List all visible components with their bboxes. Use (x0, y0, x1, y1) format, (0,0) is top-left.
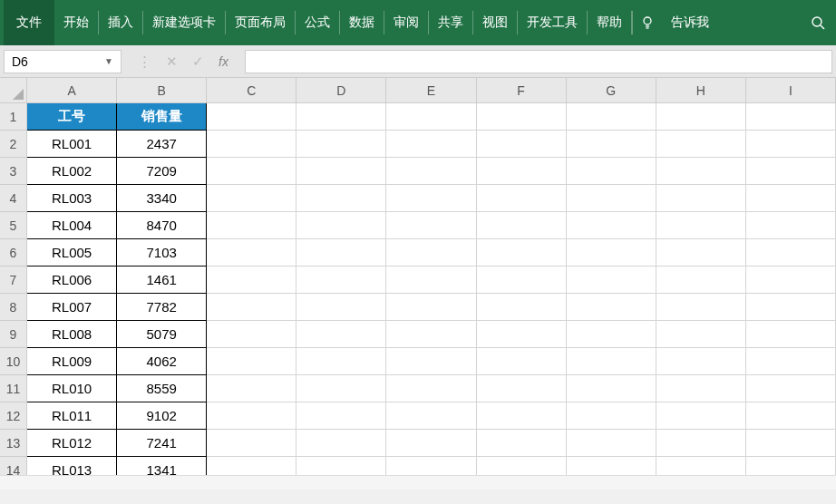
lightbulb-icon[interactable] (633, 15, 662, 30)
cell[interactable]: RL001 (27, 131, 117, 158)
cell[interactable] (746, 321, 836, 348)
row-header-13[interactable]: 13 (0, 430, 27, 457)
cell[interactable] (296, 294, 386, 321)
cell[interactable]: RL010 (27, 375, 117, 402)
col-header-D[interactable]: D (296, 78, 386, 103)
dots-icon[interactable]: ⋮ (138, 53, 151, 70)
cell[interactable]: 7103 (117, 239, 207, 267)
cell[interactable] (746, 103, 836, 131)
cell[interactable] (567, 348, 656, 375)
col-header-G[interactable]: G (567, 78, 656, 103)
cell[interactable] (207, 185, 296, 212)
cell[interactable] (386, 131, 476, 158)
cell[interactable] (386, 348, 476, 375)
cell[interactable] (656, 267, 746, 294)
cell[interactable] (296, 185, 386, 212)
cell[interactable]: RL006 (27, 267, 117, 294)
cell[interactable] (656, 103, 746, 131)
row-header-3[interactable]: 3 (0, 158, 27, 185)
cell[interactable] (567, 212, 656, 239)
cell[interactable] (207, 321, 296, 348)
search-icon[interactable] (803, 15, 832, 30)
row-header-7[interactable]: 7 (0, 267, 27, 294)
cell[interactable] (746, 131, 836, 158)
cell[interactable] (656, 239, 746, 267)
cell[interactable] (746, 267, 836, 294)
cell[interactable] (746, 212, 836, 239)
cell[interactable] (477, 158, 567, 185)
cell[interactable]: 9102 (117, 402, 207, 430)
cell[interactable] (207, 402, 296, 430)
cell[interactable] (296, 103, 386, 131)
cell[interactable] (207, 267, 296, 294)
cell[interactable] (567, 375, 656, 402)
cell[interactable] (296, 131, 386, 158)
cell[interactable] (207, 348, 296, 375)
cell[interactable] (477, 267, 567, 294)
accept-icon[interactable]: ✓ (192, 53, 204, 70)
row-header-6[interactable]: 6 (0, 239, 27, 267)
cell[interactable]: 1461 (117, 267, 207, 294)
ribbon-tab-4[interactable]: 公式 (296, 0, 339, 45)
cell[interactable] (746, 185, 836, 212)
cell[interactable] (296, 321, 386, 348)
name-box[interactable]: D6 ▼ (4, 50, 122, 73)
cell[interactable] (567, 239, 656, 267)
cell[interactable]: 8559 (117, 375, 207, 402)
cell[interactable] (386, 430, 476, 457)
cell[interactable] (477, 131, 567, 158)
cell[interactable] (386, 185, 476, 212)
cell[interactable] (567, 158, 656, 185)
cell[interactable] (386, 294, 476, 321)
cell[interactable] (567, 103, 656, 131)
row-header-1[interactable]: 1 (0, 103, 27, 131)
row-header-5[interactable]: 5 (0, 212, 27, 239)
cell[interactable] (296, 267, 386, 294)
cell[interactable] (296, 158, 386, 185)
cell[interactable] (567, 402, 656, 430)
cell[interactable] (567, 321, 656, 348)
cell[interactable] (477, 185, 567, 212)
cell[interactable] (386, 158, 476, 185)
cells-area[interactable]: 工号销售量RL0012437RL0027209RL0033340RL004847… (27, 103, 836, 484)
cell[interactable] (746, 348, 836, 375)
row-header-9[interactable]: 9 (0, 321, 27, 348)
cell[interactable] (746, 158, 836, 185)
cancel-icon[interactable]: ✕ (166, 53, 178, 70)
cell[interactable] (567, 294, 656, 321)
cell[interactable] (477, 239, 567, 267)
cell[interactable] (567, 430, 656, 457)
cell[interactable]: RL009 (27, 348, 117, 375)
ribbon-tab-2[interactable]: 新建选项卡 (143, 0, 225, 45)
cell[interactable] (296, 375, 386, 402)
cell[interactable] (386, 103, 476, 131)
cell[interactable]: 3340 (117, 185, 207, 212)
row-header-11[interactable]: 11 (0, 375, 27, 402)
cell[interactable]: RL012 (27, 430, 117, 457)
cell[interactable] (656, 430, 746, 457)
cell[interactable] (567, 131, 656, 158)
cell[interactable] (567, 267, 656, 294)
cell[interactable] (296, 348, 386, 375)
col-header-I[interactable]: I (746, 78, 836, 103)
cell[interactable] (386, 321, 476, 348)
cell[interactable] (477, 348, 567, 375)
row-header-8[interactable]: 8 (0, 294, 27, 321)
select-all-corner[interactable] (0, 78, 27, 103)
cell[interactable] (386, 375, 476, 402)
cell[interactable] (746, 239, 836, 267)
cell[interactable] (296, 212, 386, 239)
ribbon-tab-3[interactable]: 页面布局 (226, 0, 295, 45)
formula-input[interactable] (245, 50, 832, 73)
cell[interactable]: RL003 (27, 185, 117, 212)
cell[interactable] (296, 239, 386, 267)
cell[interactable] (477, 430, 567, 457)
row-header-12[interactable]: 12 (0, 402, 27, 430)
cell[interactable] (656, 131, 746, 158)
cell[interactable] (207, 375, 296, 402)
cell[interactable] (656, 321, 746, 348)
cell[interactable] (477, 103, 567, 131)
cell[interactable] (207, 239, 296, 267)
cell[interactable] (386, 267, 476, 294)
cell[interactable] (746, 294, 836, 321)
